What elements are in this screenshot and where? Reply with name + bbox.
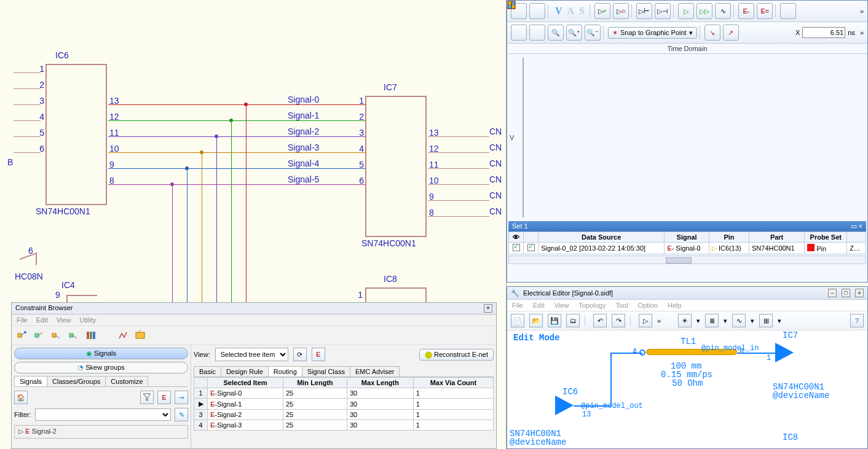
net-wire-Signal-5[interactable] (108, 184, 365, 185)
ic6-body[interactable] (45, 64, 107, 205)
step-icon[interactable]: ▷▷ (696, 3, 712, 19)
minimize-icon[interactable]: – (828, 289, 837, 297)
rule-tab-routing[interactable]: Routing (268, 366, 302, 377)
waveform-plot[interactable]: 01020304000.511.522.53Time (ns)Voltage (… (523, 58, 524, 217)
signal-tree[interactable]: ▷ E Signal-2 (14, 425, 188, 439)
redo-icon[interactable]: ↷ (612, 314, 625, 327)
close-icon[interactable]: × (859, 222, 862, 230)
menu-utility[interactable]: Utility (79, 316, 96, 324)
row-enable-checkbox[interactable] (527, 244, 535, 251)
tb-icon-1[interactable] (17, 330, 28, 341)
open-icon[interactable]: 📂 (529, 314, 543, 327)
saveall-icon[interactable]: 🗂 (566, 314, 580, 327)
zoom-fit-icon[interactable] (511, 25, 527, 41)
overflow-icon[interactable]: » (860, 7, 864, 15)
close-icon[interactable]: × (484, 304, 492, 313)
set-table[interactable]: 👁Data SourceSignalPinPartProbe Set Signa… (508, 232, 866, 254)
ee-menu-file[interactable]: File (512, 302, 523, 309)
ee-menu-option[interactable]: Option (638, 302, 658, 309)
view-select[interactable]: Selected tree item (215, 348, 288, 361)
constraint-browser-title-bar[interactable]: Constraint Browser × (12, 303, 496, 314)
skew-groups-button[interactable]: ◔ Skew groups (14, 362, 188, 373)
grid-row[interactable]: 1E-Signal-025301 (194, 388, 494, 399)
tb-icon-5[interactable] (85, 330, 97, 341)
e-assign-icon[interactable]: E= (757, 3, 773, 19)
overflow-icon[interactable]: » (657, 317, 661, 324)
new-icon[interactable]: 📄 (511, 314, 524, 327)
view-e-icon[interactable]: E (312, 348, 325, 361)
menu-file[interactable]: File (17, 316, 28, 324)
tb-icon-7[interactable] (135, 330, 146, 341)
menu-view[interactable]: View (57, 316, 71, 324)
sun-icon[interactable]: ☀ (678, 314, 692, 327)
save-icon[interactable]: 💾 (548, 314, 561, 327)
grid-row[interactable]: 4E-Signal-325301 (194, 420, 494, 431)
maximize-icon[interactable]: □ (842, 289, 850, 297)
undo-icon[interactable]: ↶ (593, 314, 607, 327)
rule-tab-design-rule[interactable]: Design Rule (221, 366, 269, 377)
ifft-icon[interactable] (529, 3, 545, 19)
ic7-body[interactable] (365, 96, 427, 237)
home-icon[interactable]: 🏠 (14, 391, 28, 404)
net-wire-Signal-4[interactable] (108, 168, 365, 169)
set-header[interactable]: Set 1 ▭ × (508, 221, 866, 232)
electrical-editor-canvas[interactable]: Edit Mode IC6 @pin_model_out 13 SN74HC00… (507, 330, 867, 441)
view-refresh-icon[interactable]: ⟳ (293, 348, 307, 361)
marker-right-icon[interactable]: ▷⊣ (655, 3, 671, 19)
row-visible-checkbox[interactable] (513, 244, 520, 251)
goto-icon[interactable]: ➙ (175, 391, 188, 404)
net-wire-Signal-1[interactable] (108, 120, 365, 121)
ee-ic6-symbol[interactable] (555, 396, 574, 415)
ruler-b-icon[interactable]: ↗ (723, 25, 739, 41)
tb-icon-6[interactable] (117, 330, 128, 341)
layout-icon[interactable] (780, 3, 796, 19)
reconstruct-button[interactable]: ⬤ Reconstruct E-net (419, 349, 494, 361)
subtab-customize[interactable]: Customize (105, 376, 148, 386)
x-value-input[interactable] (802, 27, 845, 38)
filter-apply[interactable]: ✎ (175, 408, 188, 421)
grid-row[interactable]: 3E-Signal-225301 (194, 410, 494, 420)
ee-ic7-symbol[interactable] (775, 343, 794, 362)
marker-left-icon[interactable]: ▷⊢ (636, 3, 652, 19)
wave-tool-icon[interactable]: ∿ (732, 314, 746, 327)
net-wire-Signal-3[interactable] (108, 152, 365, 153)
list-icon[interactable]: ≣ (705, 314, 719, 327)
net-wire-Signal-2[interactable] (108, 136, 365, 137)
ee-menu-topology[interactable]: Topology (578, 302, 606, 309)
ee-menu-tool[interactable]: Tool (615, 302, 628, 309)
tb-icon-3[interactable] (51, 330, 62, 341)
e-icon[interactable]: E (157, 391, 171, 404)
ee-menu-help[interactable]: Help (668, 302, 682, 309)
routing-grid[interactable]: Selected ItemMin LengthMax LengthMax Via… (194, 377, 494, 431)
subtab-classes[interactable]: Classes/Groups (47, 376, 106, 386)
net-wire-Signal-0[interactable] (108, 104, 365, 105)
filter-select[interactable] (35, 408, 172, 421)
zoom-out-icon[interactable]: 🔍⁻ (585, 25, 601, 41)
e-minus-icon[interactable]: E- (738, 3, 754, 19)
ee-menu-edit[interactable]: Edit (533, 302, 545, 309)
snap-dropdown[interactable]: ✶Snap to Graphic Point▾ (608, 27, 697, 39)
filter-icon[interactable] (140, 391, 154, 404)
tb-icon-4[interactable] (68, 330, 79, 341)
subtab-signals[interactable]: Signals (14, 376, 47, 386)
signals-button[interactable]: ◉ Signals (14, 348, 188, 359)
rule-tab-emc-adviser[interactable]: EMC Adviser (350, 366, 400, 377)
overflow-icon-2[interactable]: » (860, 29, 864, 36)
menu-edit[interactable]: Edit (36, 316, 48, 324)
close-icon[interactable]: × (855, 289, 864, 297)
zoom-in-icon[interactable]: 🔍⁺ (566, 25, 582, 41)
rule-tab-signal-class[interactable]: Signal Class (302, 366, 350, 377)
zoom-tool-icon[interactable]: 🔍 (548, 25, 564, 41)
component-icon[interactable]: ▷ (639, 314, 652, 327)
ruler-a-icon[interactable]: ↘ (704, 25, 720, 41)
pin-icon[interactable]: ▭ (851, 222, 857, 230)
help-icon[interactable]: ? (850, 314, 864, 327)
grid-row[interactable]: ▶E-Signal-125301 (194, 399, 494, 410)
rule-tab-basic[interactable]: Basic (194, 366, 221, 377)
net-icon[interactable]: ⊞ (759, 314, 773, 327)
probe-p-icon[interactable]: ▷P (594, 3, 610, 19)
probe-d-icon[interactable]: ▷D (613, 3, 629, 19)
play-icon[interactable]: ▷ (678, 3, 694, 19)
ee-menu-view[interactable]: View (554, 302, 569, 309)
settings-wave-icon[interactable]: ∿ (715, 3, 731, 19)
